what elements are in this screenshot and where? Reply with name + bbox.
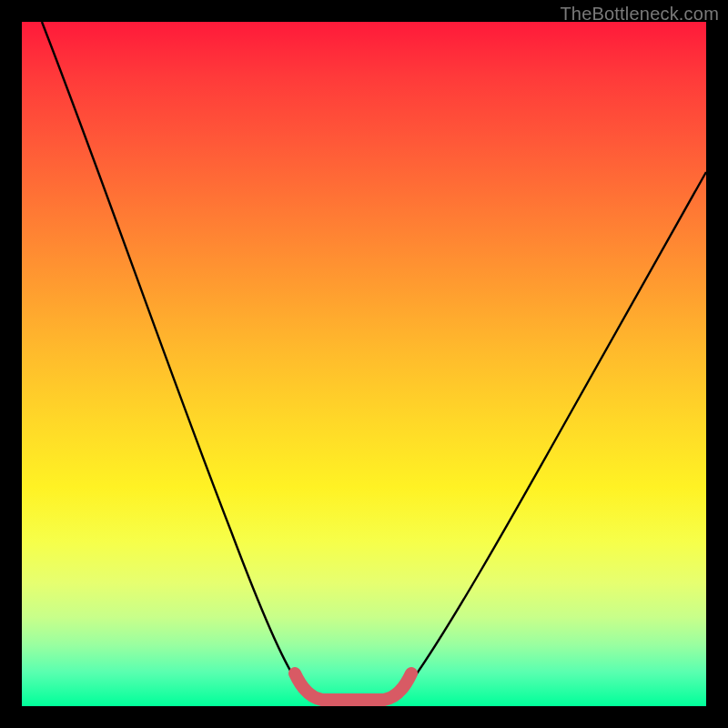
outer-frame: TheBottleneck.com	[0, 0, 728, 728]
gradient-plot-area	[22, 22, 706, 706]
bottleneck-curve-line	[42, 22, 706, 703]
bottleneck-chart	[22, 22, 706, 706]
trough-marker	[295, 673, 411, 700]
